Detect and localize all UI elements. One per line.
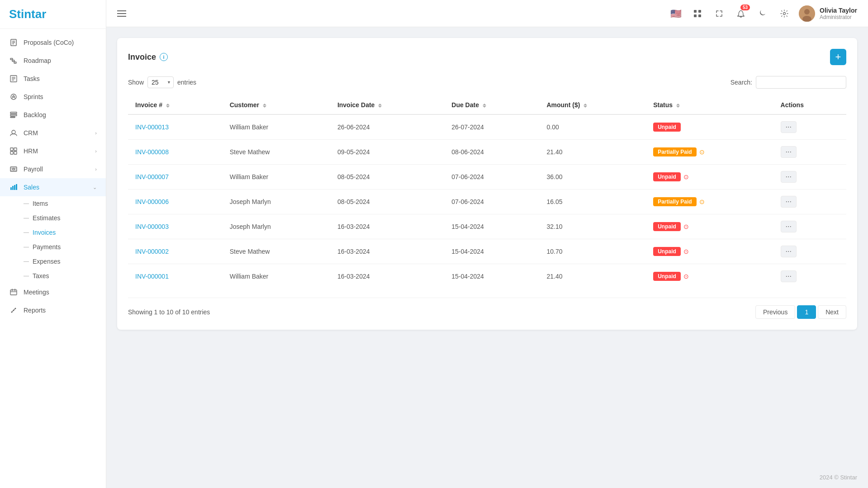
hamburger-line-1 <box>117 10 126 11</box>
col-amount[interactable]: Amount ($) <box>539 96 646 114</box>
col-invoice-date[interactable]: Invoice Date <box>330 96 444 114</box>
svg-rect-14 <box>10 117 15 118</box>
page-content: Invoice i + Show 25 10 50 <box>106 27 868 467</box>
header-left <box>117 10 126 17</box>
sidebar-item-backlog[interactable]: Backlog <box>0 106 106 124</box>
logo: Stintar <box>0 0 106 29</box>
expand-button[interactable] <box>712 6 726 21</box>
user-name: Olivia Taylor <box>820 7 857 14</box>
sidebar-subitem-expenses[interactable]: Expenses <box>0 254 106 269</box>
sort-icon-due-date <box>483 104 486 108</box>
sidebar-item-payroll[interactable]: Payroll › <box>0 160 106 178</box>
svg-rect-5 <box>12 60 14 62</box>
invoice-link[interactable]: INV-000008 <box>135 148 169 156</box>
settings-button[interactable] <box>777 6 792 21</box>
invoice-link[interactable]: INV-000013 <box>135 123 169 131</box>
svg-rect-23 <box>10 187 12 190</box>
col-customer[interactable]: Customer <box>223 96 330 114</box>
user-profile[interactable]: Olivia Taylor Administrator <box>799 5 857 22</box>
svg-rect-19 <box>10 167 17 171</box>
sidebar-item-hrm-label: HRM <box>24 147 95 155</box>
table-controls: Show 25 10 50 100 entries Search: <box>128 76 846 89</box>
search-box: Search: <box>730 76 846 89</box>
col-status-label: Status <box>653 101 673 109</box>
sort-down <box>676 106 680 108</box>
status-badge-unpaid: Unpaid <box>653 222 681 231</box>
hamburger-menu[interactable] <box>117 10 126 17</box>
col-due-date[interactable]: Due Date <box>444 96 539 114</box>
row-action-button[interactable]: ··· <box>781 246 797 257</box>
row-action-button[interactable]: ··· <box>781 196 797 208</box>
language-selector[interactable]: 🇺🇸 <box>669 6 683 21</box>
info-icon[interactable]: i <box>160 53 168 61</box>
svg-rect-18 <box>14 152 17 154</box>
sidebar-item-sales[interactable]: Sales ⌄ <box>0 178 106 196</box>
sidebar-subitem-payments[interactable]: Payments <box>0 240 106 254</box>
row-action-button[interactable]: ··· <box>781 121 797 133</box>
crm-icon <box>9 128 18 137</box>
sort-up <box>378 104 382 105</box>
col-status[interactable]: Status <box>646 96 773 114</box>
invoice-card: Invoice i + Show 25 10 50 <box>117 38 857 330</box>
table-row: INV-000003 Joseph Marlyn 16-03-2024 15-0… <box>128 214 846 239</box>
sidebar-item-hrm[interactable]: HRM › <box>0 142 106 160</box>
svg-rect-36 <box>694 10 697 13</box>
sidebar-item-proposals[interactable]: Proposals (CoCo) <box>0 33 106 52</box>
copyright-text: 2024 © Stintar <box>820 474 857 481</box>
sidebar-item-roadmap[interactable]: Roadmap <box>0 52 106 70</box>
sort-down <box>583 106 587 108</box>
sidebar-subitem-expenses-label: Expenses <box>33 258 60 265</box>
row-action-button[interactable]: ··· <box>781 270 797 282</box>
sidebar-item-sprints[interactable]: Sprints <box>0 88 106 106</box>
next-button[interactable]: Next <box>818 305 846 319</box>
previous-button[interactable]: Previous <box>755 305 795 319</box>
sidebar-item-meetings[interactable]: Meetings <box>0 283 106 301</box>
entries-select[interactable]: 25 10 50 100 <box>147 76 174 88</box>
hamburger-line-2 <box>117 13 126 14</box>
svg-rect-6 <box>14 62 16 63</box>
sidebar-item-crm[interactable]: CRM › <box>0 124 106 142</box>
svg-rect-26 <box>16 184 17 190</box>
warning-icon: ⊙ <box>699 148 705 156</box>
warning-icon: ⊙ <box>683 223 689 230</box>
cell-amount: 36.00 <box>539 165 646 190</box>
row-action-button[interactable]: ··· <box>781 221 797 232</box>
cell-invoice-num: INV-000013 <box>128 114 223 140</box>
card-title: Invoice i <box>128 52 168 62</box>
page-1-button[interactable]: 1 <box>797 305 816 319</box>
invoice-link[interactable]: INV-000007 <box>135 173 169 180</box>
status-badge-unpaid: Unpaid <box>653 172 681 181</box>
sort-up <box>483 104 486 105</box>
sprints-icon <box>9 92 18 101</box>
row-action-button[interactable]: ··· <box>781 146 797 158</box>
row-action-button[interactable]: ··· <box>781 171 797 183</box>
dark-mode-toggle[interactable] <box>755 6 770 21</box>
entries-select-wrapper[interactable]: 25 10 50 100 <box>147 76 174 88</box>
add-invoice-button[interactable]: + <box>830 49 846 65</box>
svg-rect-38 <box>694 14 697 17</box>
col-invoice-num[interactable]: Invoice # <box>128 96 223 114</box>
sales-chevron-icon: ⌄ <box>93 185 97 190</box>
sidebar-item-tasks[interactable]: Tasks <box>0 70 106 88</box>
sidebar-subitem-invoices[interactable]: Invoices <box>0 225 106 240</box>
status-cell: Partially Paid ⊙ <box>653 147 766 156</box>
svg-line-34 <box>12 310 14 312</box>
status-badge-partial: Partially Paid <box>653 147 696 156</box>
apps-button[interactable] <box>690 6 705 21</box>
sidebar-item-reports[interactable]: Reports <box>0 301 106 319</box>
invoice-link[interactable]: INV-000006 <box>135 198 169 205</box>
search-input[interactable] <box>756 76 846 89</box>
invoice-link[interactable]: INV-000003 <box>135 223 169 230</box>
sidebar-subitem-estimates[interactable]: Estimates <box>0 211 106 225</box>
notifications-button[interactable]: 53 <box>734 6 748 21</box>
invoice-link[interactable]: INV-000002 <box>135 248 169 255</box>
cell-status: Unpaid ⊙ <box>646 214 773 239</box>
status-cell: Partially Paid ⊙ <box>653 197 766 206</box>
sidebar-subitem-items[interactable]: Items <box>0 196 106 211</box>
sidebar-subitem-taxes-label: Taxes <box>33 272 49 280</box>
table-row: INV-000002 Steve Mathew 16-03-2024 15-04… <box>128 239 846 264</box>
sidebar-subitem-taxes[interactable]: Taxes <box>0 269 106 283</box>
table-row: INV-000001 William Baker 16-03-2024 15-0… <box>128 264 846 289</box>
svg-point-42 <box>804 9 810 14</box>
invoice-link[interactable]: INV-000001 <box>135 273 169 280</box>
